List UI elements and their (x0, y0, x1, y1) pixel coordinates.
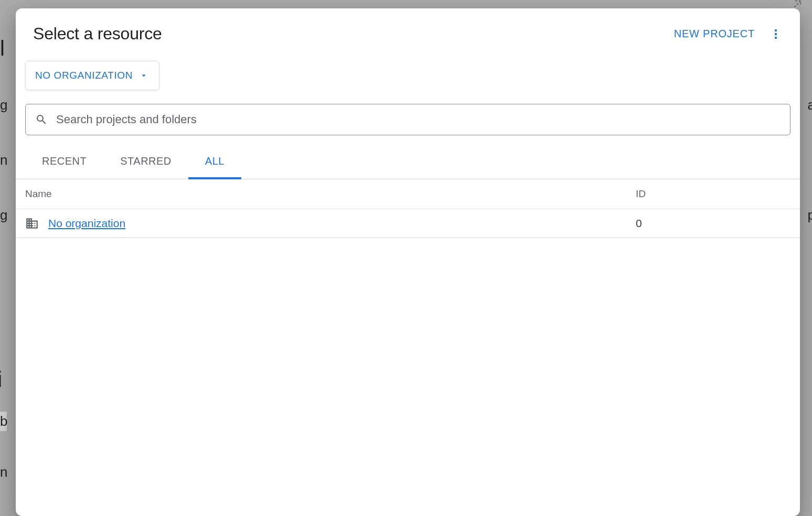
backdrop-text: n (0, 464, 7, 480)
more-options-button[interactable] (766, 25, 785, 44)
backdrop-text: b (0, 412, 7, 431)
svg-point-1 (775, 33, 777, 35)
svg-point-0 (775, 29, 777, 31)
backdrop-text: i (0, 367, 2, 392)
backdrop-text: g (0, 97, 7, 113)
tabs: RECENT STARRED ALL (16, 147, 800, 179)
dialog-header: Select a resource NEW PROJECT (16, 8, 800, 54)
organization-icon (25, 217, 39, 230)
backdrop-text: a (808, 97, 812, 113)
backdrop-text: n (0, 152, 7, 168)
dropdown-arrow-icon (139, 71, 148, 80)
backdrop-text: p (808, 207, 812, 223)
search-input[interactable] (56, 113, 781, 126)
select-resource-dialog: Select a resource NEW PROJECT NO ORGANIZ… (16, 8, 800, 516)
table-row[interactable]: No organization 0 (16, 209, 800, 238)
backdrop-text: g (0, 207, 7, 223)
tab-all[interactable]: ALL (188, 147, 241, 179)
tab-recent[interactable]: RECENT (25, 147, 103, 179)
more-vert-icon (770, 28, 782, 40)
organization-selector-label: NO ORGANIZATION (35, 70, 133, 81)
row-name-cell: No organization (25, 217, 636, 230)
backdrop-text: l (0, 37, 4, 60)
row-name-link[interactable]: No organization (48, 217, 125, 230)
search-container (16, 104, 800, 135)
org-selector-container: NO ORGANIZATION (16, 54, 800, 104)
search-box[interactable] (25, 104, 790, 135)
column-header-name: Name (25, 188, 636, 200)
column-header-id: ID (636, 188, 790, 200)
header-actions: NEW PROJECT (674, 25, 785, 44)
row-id-cell: 0 (636, 217, 790, 230)
search-icon (35, 113, 48, 126)
svg-point-2 (775, 36, 777, 38)
dialog-title: Select a resource (33, 24, 162, 44)
table-header: Name ID (16, 179, 800, 209)
tab-starred[interactable]: STARRED (103, 147, 188, 179)
organization-selector[interactable]: NO ORGANIZATION (25, 61, 159, 90)
new-project-button[interactable]: NEW PROJECT (674, 28, 755, 40)
